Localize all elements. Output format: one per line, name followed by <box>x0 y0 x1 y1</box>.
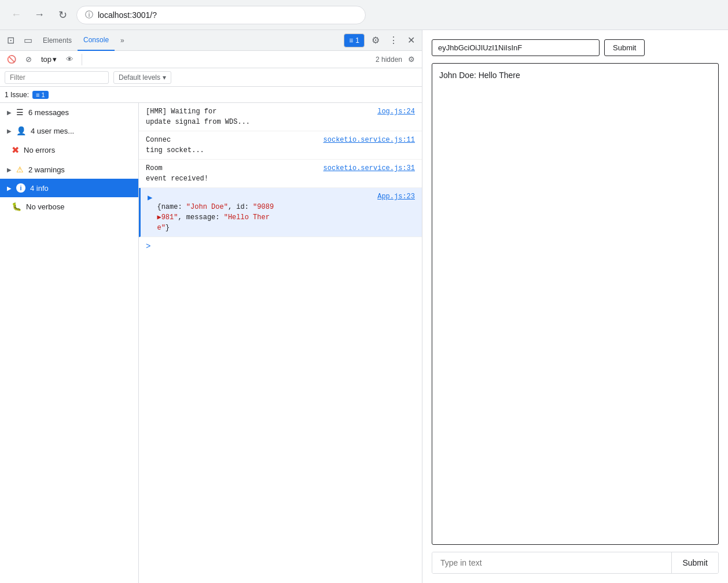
filter-input[interactable] <box>5 71 109 84</box>
cursor-icon-btn[interactable]: ⊡ <box>2 30 19 51</box>
issue-text: 1 Issue: <box>5 91 29 99</box>
devtools-panel: ⊡ ▭ Elements Console » ≡ 1 ⚙ ⋮ ✕ 🚫 ⊘ top <box>0 30 422 583</box>
more-icon-btn[interactable]: ⋮ <box>384 30 403 51</box>
level-selector-label: Default levels <box>119 73 160 82</box>
devtools-body: ▶ ☰ 6 messages ▶ 👤 4 user mes... ✖ No er… <box>0 103 422 583</box>
dropdown-arrow-icon: ▾ <box>53 55 57 64</box>
issue-badge[interactable]: ≡ 1 <box>32 91 49 99</box>
console-prompt: > <box>139 237 422 256</box>
socketio-link2[interactable]: socketio.service.js:31 <box>323 163 415 174</box>
bug-icon: 🐛 <box>12 202 21 211</box>
token-input[interactable] <box>432 39 600 56</box>
info-circle-icon: i <box>16 183 25 193</box>
level-dropdown-arrow: ▾ <box>163 73 166 82</box>
console-settings-btn[interactable]: ⚙ <box>405 54 418 65</box>
user-icon: 👤 <box>16 126 26 135</box>
reload-button[interactable]: ↻ <box>53 6 72 24</box>
socketio-link1[interactable]: socketio.service.js:11 <box>323 135 415 145</box>
text-input-bar: Submit <box>432 552 719 574</box>
type-text-input[interactable] <box>432 552 671 573</box>
browser-chrome: ← → ↻ ⓘ localhost:3001/? <box>0 0 728 30</box>
sidebar-label-warnings: 2 warnings <box>28 165 65 174</box>
clear-icon: 🚫 <box>7 55 16 64</box>
arrow-icon-active: ▶ <box>7 185 12 191</box>
chat-message: John Doe: Hello There <box>439 71 711 80</box>
console-output: [HMR] Waiting for log.js:24 update signa… <box>139 103 422 583</box>
tab-more[interactable]: » <box>115 30 130 51</box>
expand-icon[interactable]: ▶ <box>148 193 152 202</box>
arrow-icon: ▶ <box>7 128 12 134</box>
sidebar-item-verbose[interactable]: 🐛 No verbose <box>0 197 138 216</box>
sidebar-label-user: 4 user mes... <box>31 127 74 135</box>
arrow-icon: ▶ <box>7 109 12 116</box>
console-entry-socket: Connec socketio.service.js:11 ting socke… <box>139 131 422 160</box>
eye-btn[interactable]: 👁 <box>62 54 77 65</box>
issue-badge-count: 1 <box>41 91 45 98</box>
filter-bar: Default levels ▾ <box>0 68 422 87</box>
chat-area: John Doe: Hello There <box>432 63 719 545</box>
stop-icon: ⊘ <box>25 55 32 64</box>
forward-button[interactable]: → <box>30 6 49 24</box>
sidebar-label-info: 4 info <box>30 184 49 193</box>
main-content: ⊡ ▭ Elements Console » ≡ 1 ⚙ ⋮ ✕ 🚫 ⊘ top <box>0 30 728 583</box>
eye-icon: 👁 <box>66 55 73 64</box>
warning-icon: ⚠ <box>16 165 24 174</box>
console-badge-count: 1 <box>355 36 359 45</box>
back-button[interactable]: ← <box>7 6 25 24</box>
tab-elements[interactable]: Elements <box>37 30 78 51</box>
issue-badge-icon: ≡ <box>36 91 39 98</box>
sidebar-label-verbose: No verbose <box>26 202 64 211</box>
tab-console[interactable]: Console <box>78 30 115 51</box>
top-label: top <box>41 55 52 64</box>
sidebar-label-messages: 6 messages <box>28 108 69 117</box>
console-entry-hmr: [HMR] Waiting for log.js:24 update signa… <box>139 103 422 131</box>
console-entry-socket-text: Connec socketio.service.js:11 ting socke… <box>146 135 415 156</box>
sidebar-item-errors[interactable]: ✖ No errors <box>0 140 138 160</box>
console-gear-icon: ⚙ <box>408 55 415 64</box>
info-icon: ⓘ <box>85 10 93 20</box>
console-entry-hmr-text: [HMR] Waiting for log.js:24 update signa… <box>146 106 415 127</box>
token-submit-btn[interactable]: Submit <box>604 39 645 56</box>
sidebar-item-warnings[interactable]: ▶ ⚠ 2 warnings <box>0 160 138 179</box>
url-text: localhost:3001/? <box>98 10 157 20</box>
app-link[interactable]: App.js:23 <box>377 191 415 202</box>
devtools-tabs: ⊡ ▭ Elements Console » ≡ 1 ⚙ ⋮ ✕ <box>0 30 422 51</box>
top-selector-btn[interactable]: top ▾ <box>38 54 60 65</box>
level-selector[interactable]: Default levels ▾ <box>113 71 171 84</box>
log-link[interactable]: log.js:24 <box>377 106 415 117</box>
list-icon: ☰ <box>16 108 24 117</box>
stop-btn[interactable]: ⊘ <box>22 54 35 65</box>
device-icon-btn[interactable]: ▭ <box>19 30 37 51</box>
sidebar: ▶ ☰ 6 messages ▶ 👤 4 user mes... ✖ No er… <box>0 103 139 583</box>
issue-bar: 1 Issue: ≡ 1 <box>0 87 422 103</box>
console-toolbar: 🚫 ⊘ top ▾ 👁 2 hidden ⚙ <box>0 51 422 68</box>
token-bar: Submit <box>432 39 719 56</box>
app-panel: Submit John Doe: Hello There Submit <box>422 30 728 583</box>
sidebar-item-info[interactable]: ▶ i 4 info <box>0 179 138 197</box>
sidebar-item-messages[interactable]: ▶ ☰ 6 messages <box>0 103 138 121</box>
close-icon-btn[interactable]: ✕ <box>403 30 420 51</box>
console-badge-icon: ≡ <box>349 36 353 45</box>
error-icon: ✖ <box>12 145 19 156</box>
console-entry-room: Room socketio.service.js:31 event receiv… <box>139 160 422 188</box>
sidebar-item-user-messages[interactable]: ▶ 👤 4 user mes... <box>0 121 138 140</box>
console-badge: ≡ 1 <box>344 34 365 47</box>
console-entry-json: ▶ App.js:23 {name: "John Doe", id: "9089… <box>139 188 422 237</box>
sidebar-label-errors: No errors <box>24 146 55 154</box>
hidden-count: 2 hidden <box>376 56 402 64</box>
clear-console-btn[interactable]: 🚫 <box>3 54 20 65</box>
settings-icon-btn[interactable]: ⚙ <box>367 30 384 51</box>
address-bar[interactable]: ⓘ localhost:3001/? <box>76 6 366 24</box>
arrow-icon: ▶ <box>7 167 12 173</box>
prompt-chevron: > <box>146 242 150 251</box>
type-submit-btn[interactable]: Submit <box>671 552 718 573</box>
console-entry-json-text: App.js:23 {name: "John Doe", id: "9089 ▶… <box>157 191 415 233</box>
console-entry-room-text: Room socketio.service.js:31 event receiv… <box>146 163 415 184</box>
toolbar-divider <box>82 54 82 65</box>
